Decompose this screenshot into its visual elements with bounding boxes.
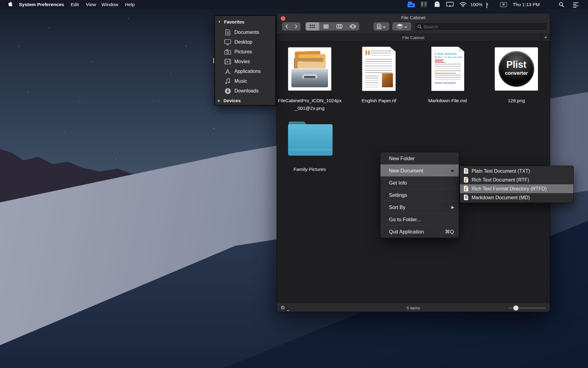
desktop[interactable]: System Preferences Edit View Window Help	[0, 0, 588, 368]
film-icon	[224, 58, 231, 65]
submenu-arrow-icon: ▶	[451, 201, 454, 213]
submenu-item-markdown-md[interactable]: Markdown Document (MD)	[460, 193, 573, 202]
layers-icon	[397, 24, 403, 29]
camera-icon	[224, 48, 231, 56]
favorites-panel: ▼ Favorites Documents Desktop Pictures M…	[214, 15, 276, 106]
keyboard-shortcut-label: ⌘Q	[445, 225, 454, 238]
window-status-bar: ⚙ 5 items	[277, 304, 550, 312]
menu-item-get-info[interactable]: Get Info	[380, 177, 459, 189]
tab-file-cabinet[interactable]: File Cabinet	[277, 34, 550, 41]
disclosure-right-icon[interactable]: ▶	[218, 97, 220, 104]
file-icon-128-png[interactable]: Plist converter	[495, 47, 538, 91]
music-note-icon	[224, 78, 231, 85]
airplay-display-icon[interactable]	[446, 2, 454, 8]
applications-icon	[224, 68, 231, 75]
md-h2-preview: ## Here's to the crazy ones.	[435, 56, 463, 58]
sidebar-item-applications[interactable]: Applications	[215, 67, 275, 76]
i-beam-cursor	[213, 58, 214, 63]
file-label[interactable]: 128.png	[486, 97, 547, 104]
icon-size-slider[interactable]	[508, 308, 546, 308]
file-icon-filecabinetpro-png[interactable]	[288, 47, 331, 91]
menu-item-quit-application[interactable]: Quit Application ⌘Q	[380, 225, 459, 238]
display-icon	[224, 38, 231, 46]
menu-bar: System Preferences Edit View Window Help	[0, 0, 588, 9]
file-label[interactable]: Markdown File.md	[417, 97, 478, 104]
gallery-view-button[interactable]	[346, 22, 359, 31]
text-document-icon	[464, 168, 468, 174]
stacks-toolbar-button[interactable]	[392, 22, 411, 31]
menubar-menu-view[interactable]: View	[86, 0, 96, 9]
menubar-menu-help[interactable]: Help	[125, 0, 135, 9]
menu-item-new-document[interactable]: New Document ▶	[380, 164, 459, 177]
file-cabinet-menu-icon[interactable]	[407, 1, 415, 8]
icon-view-button[interactable]	[306, 22, 319, 31]
keyboard-viewer-icon[interactable]: ⌘	[500, 2, 507, 7]
sidebar-item-documents[interactable]: Documents	[215, 27, 275, 37]
chevron-down-icon	[383, 24, 386, 29]
rtf-photo-thumbnail	[382, 73, 393, 87]
spotlight-search-icon[interactable]	[559, 2, 564, 9]
back-button[interactable]	[282, 22, 291, 31]
file-icon-english-paper-rtf[interactable]: H	[362, 47, 396, 91]
ghost-icon[interactable]	[433, 1, 441, 9]
menubar-menu-window[interactable]: Window	[102, 0, 118, 9]
search-field[interactable]	[415, 23, 547, 31]
download-circle-icon	[224, 87, 231, 95]
menubar-clock[interactable]: Thu 1:13 PM	[513, 0, 540, 9]
nav-button-group	[282, 22, 301, 31]
battery-percent-label: 100%	[470, 0, 483, 9]
submenu-item-rtfd[interactable]: Rich Text Format Directory (RTFD)	[460, 184, 573, 193]
folder-label[interactable]: Family Pictures	[279, 165, 340, 173]
file-label[interactable]: English Paper.rtf	[348, 97, 409, 104]
disclosure-down-icon[interactable]: ▼	[218, 18, 221, 26]
battery-icon[interactable]	[486, 2, 487, 8]
rich-text-directory-icon	[464, 186, 468, 191]
md-h1-preview: # Think different	[435, 53, 457, 55]
sidebar-item-movies[interactable]: Movies	[215, 57, 275, 67]
sidebar-item-music[interactable]: Music	[215, 76, 275, 86]
favorites-header[interactable]: ▼ Favorites	[215, 18, 275, 26]
wifi-icon[interactable]	[459, 2, 467, 8]
slider-thumb[interactable]	[513, 305, 519, 311]
menubar-app-name[interactable]: System Preferences	[19, 0, 64, 9]
sidebar-item-pictures[interactable]: Pictures	[215, 47, 275, 57]
sidebar-item-downloads[interactable]: Downloads	[215, 86, 275, 96]
window-title: File Cabinet	[277, 15, 550, 20]
file-icon-markdown-md[interactable]: # Think different ## Here's to the crazy…	[431, 47, 464, 91]
search-icon	[417, 24, 422, 29]
list-view-button[interactable]	[319, 22, 333, 31]
view-mode-group	[305, 22, 359, 31]
file-label[interactable]: FileCabinetPro_ICON_1024px_001@2x.png	[278, 97, 342, 112]
menu-item-go-to-folder[interactable]: Go to Folder...	[380, 213, 459, 225]
new-document-toolbar-button[interactable]	[373, 22, 389, 31]
document-icon	[224, 29, 231, 36]
notification-center-icon[interactable]	[573, 2, 579, 9]
stats-menu-icon[interactable]	[421, 2, 427, 7]
chevron-down-icon	[404, 24, 407, 29]
search-input[interactable]	[423, 23, 542, 30]
document-icon	[377, 24, 381, 29]
rich-text-document-icon	[464, 177, 468, 182]
sidebar-item-desktop[interactable]: Desktop	[215, 37, 275, 47]
add-tab-button[interactable]: +	[541, 34, 550, 41]
menubar-menu-edit[interactable]: Edit	[71, 0, 79, 9]
markdown-document-icon	[464, 195, 468, 200]
menu-item-sort-by[interactable]: Sort By ▶	[380, 201, 459, 213]
submenu-arrow-icon: ▶	[451, 164, 454, 177]
drawer-art	[291, 68, 328, 87]
new-document-submenu: Plain Text Document (TXT) Rich Text Docu…	[460, 166, 574, 203]
tab-bar: File Cabinet +	[277, 34, 550, 41]
devices-header[interactable]: ▶ Devices	[215, 97, 275, 104]
menu-item-new-folder[interactable]: New Folder	[380, 152, 459, 164]
column-view-button[interactable]	[333, 22, 346, 31]
context-menu: New Folder New Document ▶ Get Info Setti…	[380, 152, 459, 238]
plist-converter-badge: Plist converter	[499, 51, 534, 87]
menu-item-settings[interactable]: Settings	[380, 189, 459, 201]
window-titlebar[interactable]: File Cabinet	[277, 13, 550, 34]
apple-icon[interactable]	[9, 2, 13, 8]
forward-button[interactable]	[291, 22, 301, 31]
submenu-item-rich-text-rtf[interactable]: Rich Text Document (RTF)	[460, 175, 573, 184]
rtf-dropcap: H	[365, 49, 370, 57]
folder-icon-family-pictures[interactable]	[288, 121, 333, 156]
submenu-item-plain-text-txt[interactable]: Plain Text Document (TXT)	[460, 167, 573, 175]
